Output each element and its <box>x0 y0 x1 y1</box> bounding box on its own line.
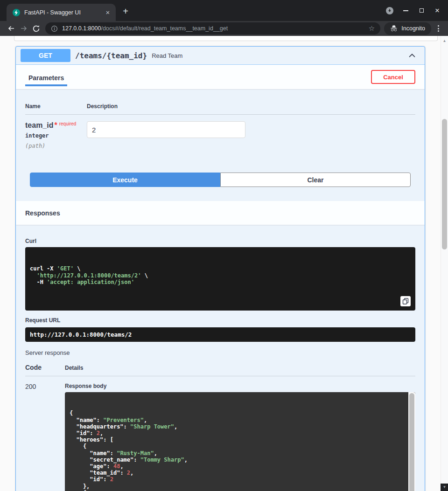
incognito-badge: Incognito <box>384 22 431 35</box>
request-url-label: Request URL <box>25 317 415 324</box>
browser-toolbar: 127.0.0.1:8000/docs#/default/read_team_t… <box>0 21 448 36</box>
url-text: 127.0.0.1:8000/docs#/default/read_team_t… <box>62 25 364 32</box>
request-url-value: http://127.0.0.1:8000/teams/2 <box>25 327 415 342</box>
endpoint-path: /teams/{team_id} <box>75 51 147 60</box>
responses-content: Curl curl -X 'GET' \ 'http://127.0.0.1:8… <box>16 225 425 491</box>
opblock-summary[interactable]: GET /teams/{team_id} Read Team <box>16 47 425 65</box>
browser-tab[interactable]: FastAPI - Swagger UI × <box>7 4 116 21</box>
description-column-header: Description <box>87 103 118 110</box>
browser-chrome: FastAPI - Swagger UI × + × 127.0.0.1:800… <box>0 0 448 36</box>
details-column-header: Details <box>65 365 83 371</box>
method-badge: GET <box>21 49 70 62</box>
execute-row: Execute Clear <box>16 173 425 196</box>
curl-label: Curl <box>25 238 415 244</box>
previous-section-edge <box>14 36 438 41</box>
url-host: 127.0.0.1:8000 <box>62 25 101 32</box>
maximize-button[interactable] <box>413 3 429 19</box>
copy-icon[interactable] <box>400 296 411 306</box>
scroll-down-icon[interactable]: ▼ <box>441 484 448 491</box>
reload-button[interactable] <box>30 22 42 35</box>
url-path: /docs#/default/read_team_teams__team_id_… <box>101 25 228 32</box>
maximize-icon <box>420 8 424 13</box>
endpoint-summary: Read Team <box>152 52 182 59</box>
minimize-icon <box>403 10 408 11</box>
name-column-header: Name <box>25 103 87 110</box>
responses-header: Responses <box>16 201 425 225</box>
response-scrollbar[interactable] <box>408 392 415 491</box>
swagger-page: GET /teams/{team_id} Read Team Parameter… <box>0 36 448 491</box>
menu-button[interactable] <box>433 22 443 35</box>
info-icon[interactable] <box>51 25 58 32</box>
parameters-table: Name Description team_id*required intege… <box>16 89 425 173</box>
scroll-up-icon[interactable]: ▲ <box>441 39 448 43</box>
incognito-icon <box>390 25 398 32</box>
required-label: required <box>59 121 77 126</box>
parameter-row: team_id*required integer (path) <box>25 115 415 173</box>
tab-close-icon[interactable]: × <box>104 8 112 17</box>
code-column-header: Code <box>25 364 65 371</box>
required-star: * <box>54 121 57 129</box>
window-close-button[interactable]: × <box>429 3 445 19</box>
back-button[interactable] <box>5 22 17 35</box>
opblock-get: GET /teams/{team_id} Read Team Parameter… <box>15 46 425 491</box>
status-code: 200 <box>25 383 65 491</box>
team-id-input[interactable] <box>87 121 245 138</box>
update-icon[interactable] <box>382 7 398 14</box>
responses-title: Responses <box>25 209 60 217</box>
response-scrollbar-thumb[interactable] <box>409 393 414 491</box>
fastapi-logo-icon <box>13 9 20 16</box>
curl-command: curl -X 'GET' \ 'http://127.0.0.1:8000/t… <box>25 247 415 311</box>
page-scrollbar-thumb[interactable] <box>442 119 447 249</box>
cancel-button[interactable]: Cancel <box>371 70 415 84</box>
response-body: { "name": "Preventers", "headquarters": … <box>65 392 415 491</box>
window-controls: × <box>382 0 445 21</box>
new-tab-button[interactable]: + <box>119 5 133 19</box>
parameters-header: Parameters Cancel <box>16 65 425 89</box>
page-scrollbar[interactable]: ▲ ▼ <box>441 36 448 491</box>
execute-button[interactable]: Execute <box>30 173 220 187</box>
response-row: 200 Response body { "name": "Preventers"… <box>25 376 415 491</box>
forward-button[interactable] <box>17 22 30 35</box>
server-response-label: Server response <box>25 349 415 356</box>
url-bar[interactable]: 127.0.0.1:8000/docs#/default/read_team_t… <box>45 22 380 35</box>
clear-button[interactable]: Clear <box>220 173 411 187</box>
parameter-type: integer <box>25 132 87 139</box>
chevron-up-icon[interactable] <box>408 51 420 60</box>
response-table-header: Code Details <box>25 364 415 376</box>
parameter-location: (path) <box>25 143 87 149</box>
parameter-name: team_id*required <box>25 121 87 130</box>
incognito-label: Incognito <box>401 25 425 32</box>
bookmark-star-icon[interactable]: ☆ <box>369 24 375 33</box>
tab-strip: FastAPI - Swagger UI × + × <box>0 0 448 21</box>
response-body-label: Response body <box>65 383 415 389</box>
minimize-button[interactable] <box>398 3 413 19</box>
tab-parameters[interactable]: Parameters <box>25 69 67 86</box>
tab-title: FastAPI - Swagger UI <box>24 9 99 16</box>
